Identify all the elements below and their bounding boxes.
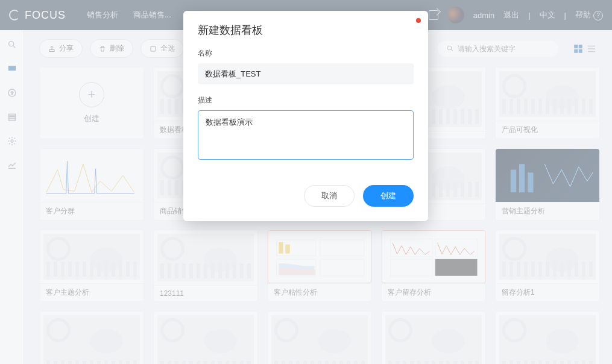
desc-textarea[interactable] (198, 110, 414, 160)
close-icon[interactable] (416, 18, 421, 23)
modal-actions: 取消 创建 (198, 185, 414, 207)
create-dashboard-modal: 新建数据看板 名称 描述 取消 创建 (183, 11, 428, 221)
cancel-button[interactable]: 取消 (304, 185, 355, 207)
modal-title: 新建数据看板 (198, 23, 414, 37)
name-label: 名称 (198, 48, 414, 58)
name-input[interactable] (198, 63, 414, 84)
create-button[interactable]: 创建 (363, 185, 414, 207)
desc-label: 描述 (198, 95, 414, 105)
